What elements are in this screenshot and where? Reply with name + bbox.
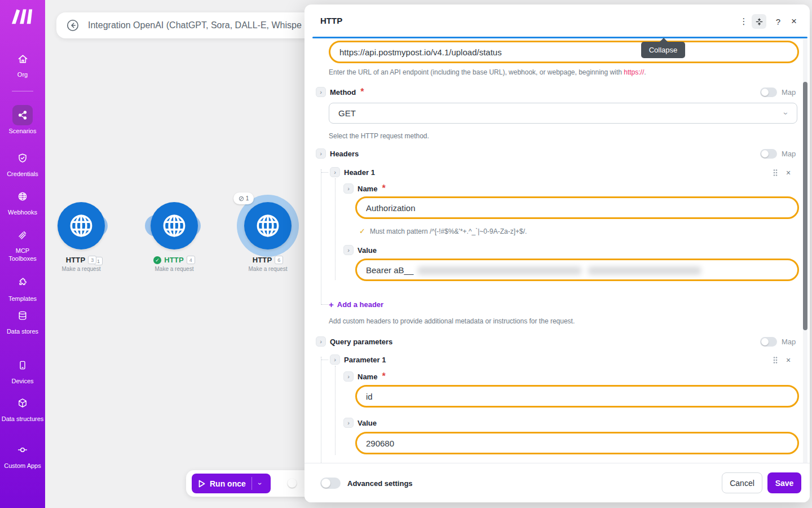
value-label: Value [358, 419, 377, 427]
module-http-3[interactable] [58, 202, 105, 249]
indent-guide [335, 178, 336, 280]
param-name-input[interactable] [357, 392, 797, 401]
collapse-icon[interactable] [752, 14, 766, 29]
chevron-right-icon[interactable] [330, 354, 340, 365]
chevron-right-icon[interactable] [343, 371, 354, 382]
plus-icon [329, 300, 334, 309]
sidebar-item-scenarios[interactable]: Scenarios [0, 105, 45, 135]
help-icon[interactable]: ? [771, 14, 785, 29]
remove-parameter-icon[interactable]: × [786, 356, 791, 365]
save-button[interactable]: Save [767, 472, 801, 493]
chevron-right-icon[interactable] [316, 148, 326, 159]
module-name: HTTP [164, 256, 184, 264]
advanced-settings-toggle[interactable] [320, 478, 341, 489]
sidebar-item-custom-apps[interactable]: Custom Apps [0, 440, 45, 470]
globe-icon [12, 186, 33, 207]
remove-header-icon[interactable]: × [786, 168, 791, 177]
chevron-right-icon[interactable] [343, 245, 354, 255]
close-icon[interactable]: × [787, 14, 801, 29]
map-toggle[interactable] [760, 87, 777, 97]
scenario-title: Integration OpenAI (ChatGPT, Sora, DALL-… [88, 20, 302, 30]
advanced-settings-label: Advanced settings [347, 479, 413, 488]
run-once-button[interactable]: Run once [192, 474, 271, 493]
chevron-right-icon[interactable] [316, 336, 326, 347]
headers-section-row: Headers [316, 148, 359, 159]
param-value-input[interactable] [357, 439, 797, 448]
method-help: Select the HTTP request method. [329, 132, 429, 140]
indent-guide [321, 304, 328, 305]
method-select[interactable]: GET [329, 103, 797, 124]
required-mark: * [382, 371, 385, 382]
drag-handle-icon[interactable] [773, 169, 778, 177]
map-label: Map [782, 88, 796, 97]
query-section-row: Query parameters [316, 336, 392, 347]
chevron-right-icon[interactable] [330, 167, 340, 177]
indent-guide [335, 366, 336, 455]
chevron-down-icon [782, 112, 791, 115]
value-label: Value [358, 246, 377, 255]
sidebar-item-devices[interactable]: Devices [0, 355, 45, 385]
method-map-group: Map [760, 87, 796, 97]
url-input[interactable] [330, 47, 797, 57]
sidebar-item-label: Org [1, 71, 44, 78]
drag-handle-icon[interactable] [773, 356, 778, 364]
modal-header: HTTP ⋮ ? × [304, 5, 810, 37]
module-label: ✓ HTTP 4 Make a request [135, 256, 214, 272]
method-label: Method [330, 88, 356, 97]
advanced-settings-group: Advanced settings [320, 478, 413, 489]
https-link[interactable]: https:// [624, 68, 644, 76]
query-label: Query parameters [330, 338, 392, 346]
method-value: GET [329, 108, 785, 118]
map-label: Map [782, 338, 796, 346]
headers-label: Headers [330, 150, 359, 158]
cancel-button[interactable]: Cancel [722, 472, 762, 493]
make-logo[interactable] [11, 7, 34, 25]
header-value-row: Value [343, 245, 377, 255]
redacted-token [588, 266, 701, 275]
module-number-badge: 3 [88, 256, 96, 264]
home-icon [12, 49, 33, 69]
progress-bar [312, 37, 807, 38]
sidebar-item-label: Data structures [1, 415, 44, 423]
map-toggle[interactable] [760, 149, 777, 159]
header-name-input[interactable] [357, 203, 797, 213]
add-header-button[interactable]: Add a header [329, 300, 383, 309]
url-help: Enter the URL of an API endpoint (includ… [329, 68, 646, 76]
module-subtitle: Make a request [42, 266, 121, 272]
chevron-right-icon[interactable] [316, 87, 326, 97]
chevron-right-icon[interactable] [343, 183, 354, 194]
indent-guide [321, 357, 321, 463]
cycle-count: 1 [246, 195, 249, 202]
sidebar-item-mcp-toolboxes[interactable]: MCP Toolboxes [0, 225, 45, 262]
cycle-icon [239, 196, 244, 202]
map-toggle[interactable] [760, 337, 777, 347]
add-header-label: Add a header [337, 300, 383, 309]
cycle-count-badge[interactable]: 1 [233, 192, 254, 204]
brush-icon [12, 225, 33, 245]
valid-check-icon [359, 227, 365, 235]
sidebar-item-org[interactable]: Org [0, 49, 45, 78]
indent-guide [321, 360, 328, 360]
sidebar-item-credentials[interactable]: Credentials [0, 148, 45, 178]
module-label: HTTP 6 Make a request [228, 256, 307, 272]
back-button[interactable] [67, 19, 79, 32]
http-settings-modal: HTTP ⋮ ? × Collapse Enter the URL of an … [304, 5, 810, 502]
map-label: Map [782, 150, 796, 158]
sidebar-item-webhooks[interactable]: Webhooks [0, 186, 45, 216]
sidebar-item-templates[interactable]: Templates [0, 273, 45, 303]
module-name: HTTP [66, 256, 86, 264]
run-options-chevron[interactable] [252, 480, 268, 488]
module-subtitle: Make a request [228, 266, 307, 272]
sidebar-item-label: Custom Apps [1, 462, 44, 470]
headers-help: Add custom headers to provide additional… [329, 317, 575, 325]
header1-row: Header 1 [330, 167, 375, 177]
sidebar-item-label: Data stores [1, 327, 44, 335]
sidebar-item-data-structures[interactable]: Data structures [0, 393, 45, 423]
kebab-menu-icon[interactable]: ⋮ [736, 14, 751, 29]
required-mark: * [382, 183, 385, 194]
module-http-4[interactable] [151, 202, 198, 249]
chevron-right-icon[interactable] [343, 418, 354, 428]
module-http-6[interactable] [244, 202, 292, 249]
sidebar-item-data-stores[interactable]: Data stores [0, 305, 45, 335]
scrollbar-thumb[interactable] [803, 82, 807, 330]
